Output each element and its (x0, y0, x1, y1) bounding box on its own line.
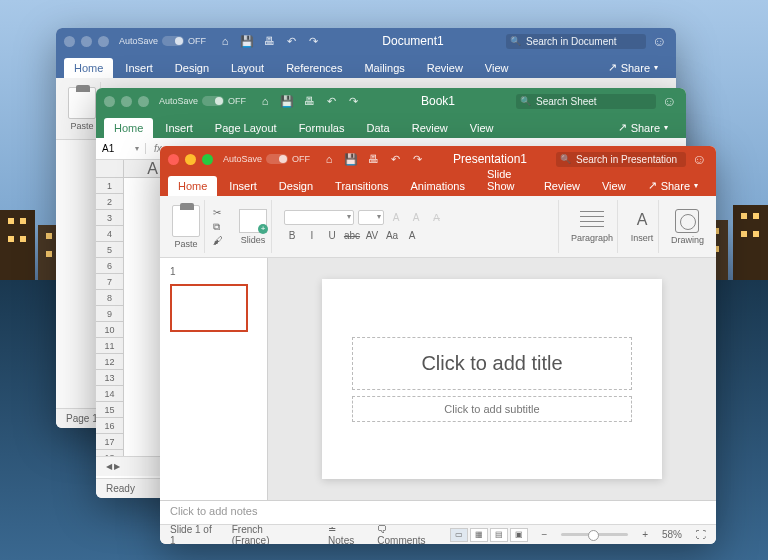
tab-animations[interactable]: Animations (401, 176, 475, 196)
name-box[interactable]: A1▾ (96, 143, 146, 154)
word-titlebar[interactable]: AutoSaveOFF ⌂ 💾 🖶 ↶ ↷ Document1 Search i… (56, 28, 676, 54)
share-button[interactable]: ↗ Share ▾ (608, 117, 678, 138)
row-header[interactable]: 12 (96, 354, 123, 370)
row-header[interactable]: 13 (96, 370, 123, 386)
tab-insert[interactable]: Insert (219, 176, 267, 196)
slide-indicator[interactable]: Slide 1 of 1 (170, 524, 218, 545)
autosave-toggle[interactable]: AutoSaveOFF (223, 154, 310, 164)
font-color-button[interactable]: A (404, 228, 420, 244)
home-icon[interactable]: ⌂ (322, 152, 336, 166)
save-icon[interactable]: 💾 (344, 152, 358, 166)
new-slide-icon[interactable] (239, 209, 267, 233)
tab-review[interactable]: Review (534, 176, 590, 196)
print-icon[interactable]: 🖶 (262, 34, 276, 48)
redo-icon[interactable]: ↷ (306, 34, 320, 48)
user-icon[interactable]: ☺ (652, 33, 668, 49)
tab-home[interactable]: Home (104, 118, 153, 138)
user-icon[interactable]: ☺ (662, 93, 678, 109)
ppt-titlebar[interactable]: AutoSaveOFF ⌂ 💾 🖶 ↶ ↷ Presentation1 Sear… (160, 146, 716, 172)
minimize-icon[interactable] (185, 154, 196, 165)
tab-view[interactable]: View (592, 176, 636, 196)
paste-icon[interactable] (172, 205, 200, 237)
tab-view[interactable]: View (475, 58, 519, 78)
search-input[interactable]: Search in Document (506, 34, 646, 49)
undo-icon[interactable]: ↶ (324, 94, 338, 108)
zoom-in-button[interactable]: + (642, 529, 648, 540)
slide-canvas[interactable]: Click to add title Click to add subtitle (322, 279, 662, 479)
tab-home[interactable]: Home (168, 176, 217, 196)
italic-button[interactable]: I (304, 228, 320, 244)
search-input[interactable]: Search Sheet (516, 94, 656, 109)
minimize-icon[interactable] (81, 36, 92, 47)
sorter-view-icon[interactable]: ▦ (470, 528, 488, 542)
close-icon[interactable] (168, 154, 179, 165)
redo-icon[interactable]: ↷ (346, 94, 360, 108)
tab-transitions[interactable]: Transitions (325, 176, 398, 196)
comments-button[interactable]: 🗨 Comments (377, 524, 435, 545)
undo-icon[interactable]: ↶ (284, 34, 298, 48)
tab-layout[interactable]: Layout (221, 58, 274, 78)
tab-mailings[interactable]: Mailings (354, 58, 414, 78)
row-header[interactable]: 16 (96, 418, 123, 434)
text-box-icon[interactable]: A (630, 211, 654, 231)
tab-review[interactable]: Review (402, 118, 458, 138)
share-button[interactable]: ↗ Share ▾ (638, 175, 708, 196)
undo-icon[interactable]: ↶ (388, 152, 402, 166)
row-header[interactable]: 4 (96, 226, 123, 242)
zoom-out-button[interactable]: − (542, 529, 548, 540)
excel-titlebar[interactable]: AutoSaveOFF ⌂ 💾 🖶 ↶ ↷ Book1 Search Sheet… (96, 88, 686, 114)
tab-design[interactable]: Design (269, 176, 323, 196)
row-header[interactable]: 18 (96, 450, 123, 456)
row-header[interactable]: 14 (96, 386, 123, 402)
paste-icon[interactable] (68, 87, 96, 119)
row-header[interactable]: 2 (96, 194, 123, 210)
fit-window-icon[interactable]: ⛶ (696, 529, 706, 540)
tab-insert[interactable]: Insert (155, 118, 203, 138)
tab-references[interactable]: References (276, 58, 352, 78)
normal-view-icon[interactable]: ▭ (450, 528, 468, 542)
print-icon[interactable]: 🖶 (366, 152, 380, 166)
copy-icon[interactable]: ⧉ (213, 221, 227, 233)
slideshow-view-icon[interactable]: ▣ (510, 528, 528, 542)
close-icon[interactable] (64, 36, 75, 47)
close-icon[interactable] (104, 96, 115, 107)
row-header[interactable]: 7 (96, 274, 123, 290)
tab-page-layout[interactable]: Page Layout (205, 118, 287, 138)
ppt-traffic-lights[interactable] (168, 154, 213, 165)
row-header[interactable]: 6 (96, 258, 123, 274)
tab-slideshow[interactable]: Slide Show (477, 164, 532, 196)
char-spacing-button[interactable]: AV (364, 228, 380, 244)
redo-icon[interactable]: ↷ (410, 152, 424, 166)
row-header[interactable]: 17 (96, 434, 123, 450)
grow-font-icon[interactable]: A (388, 210, 404, 226)
language-indicator[interactable]: French (France) (232, 524, 300, 545)
title-placeholder[interactable]: Click to add title (352, 337, 632, 390)
row-header[interactable]: 11 (96, 338, 123, 354)
subtitle-placeholder[interactable]: Click to add subtitle (352, 396, 632, 422)
word-traffic-lights[interactable] (64, 36, 109, 47)
minimize-icon[interactable] (121, 96, 132, 107)
paragraph-icon[interactable] (580, 211, 604, 231)
font-name-select[interactable] (284, 210, 354, 225)
home-icon[interactable]: ⌂ (218, 34, 232, 48)
row-header[interactable]: 5 (96, 242, 123, 258)
excel-traffic-lights[interactable] (104, 96, 149, 107)
fullscreen-icon[interactable] (138, 96, 149, 107)
fullscreen-icon[interactable] (202, 154, 213, 165)
slide-thumbnail-panel[interactable]: 1 (160, 258, 268, 500)
tab-design[interactable]: Design (165, 58, 219, 78)
cut-icon[interactable]: ✂ (213, 207, 227, 219)
fullscreen-icon[interactable] (98, 36, 109, 47)
save-icon[interactable]: 💾 (280, 94, 294, 108)
slide-canvas-area[interactable]: Click to add title Click to add subtitle (268, 258, 716, 500)
autosave-toggle[interactable]: AutoSaveOFF (159, 96, 246, 106)
change-case-button[interactable]: Aa (384, 228, 400, 244)
tab-home[interactable]: Home (64, 58, 113, 78)
row-header[interactable]: 10 (96, 322, 123, 338)
row-header[interactable]: 3 (96, 210, 123, 226)
share-button[interactable]: ↗ Share ▾ (598, 57, 668, 78)
row-header[interactable]: 15 (96, 402, 123, 418)
notes-button[interactable]: ≐ Notes (328, 524, 363, 545)
tab-formulas[interactable]: Formulas (289, 118, 355, 138)
bold-button[interactable]: B (284, 228, 300, 244)
